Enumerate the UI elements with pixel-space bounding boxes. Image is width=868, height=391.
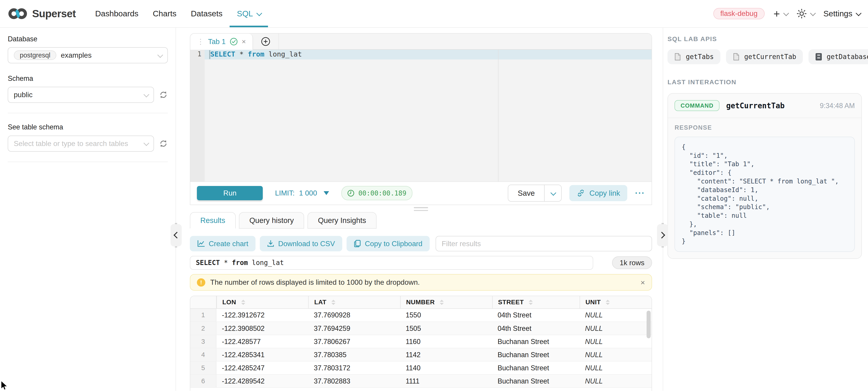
column-header-number[interactable]: NUMBER [400, 296, 492, 308]
settings-menu[interactable]: Settings [824, 9, 860, 18]
get-current-tab-button[interactable]: getCurrentTab [726, 49, 803, 64]
schema-value: public [14, 91, 33, 99]
sql-editor-card: ⋮ Tab 1 × [190, 33, 652, 205]
query-timer: 00:00:00.189 [341, 186, 412, 200]
save-options-button[interactable] [544, 185, 561, 201]
refresh-icon[interactable] [159, 139, 168, 148]
add-tab-button[interactable] [253, 34, 279, 49]
cabinet-icon [815, 53, 823, 61]
warning-text: The number of rows displayed is limited … [210, 278, 420, 287]
copy-link-button[interactable]: Copy link [569, 185, 627, 201]
partial-row [190, 388, 652, 391]
plus-circle-icon [261, 37, 270, 46]
sidebar-divider [8, 113, 168, 113]
environment-badge: flask-debug [713, 8, 765, 20]
nav-item-datasets[interactable]: Datasets [184, 0, 230, 27]
get-databases-button[interactable]: getDatabases [808, 49, 868, 64]
elapsed-time: 00:00:00.189 [359, 189, 406, 197]
database-value: examples [61, 51, 92, 60]
nav-item-charts[interactable]: Charts [146, 0, 184, 27]
nav-menu: Dashboards Charts Datasets SQL [88, 0, 268, 27]
navbar-right: flask-debug + Settings [713, 0, 860, 27]
sidebar-divider [8, 162, 168, 162]
column-header-unit[interactable]: UNIT [580, 296, 652, 308]
sort-icon[interactable] [331, 300, 335, 305]
chevron-right-icon [658, 232, 665, 239]
close-tab-icon[interactable]: × [242, 38, 246, 45]
command-badge: COMMAND [675, 100, 719, 111]
superset-logo[interactable]: Superset [8, 0, 76, 27]
table-select[interactable]: Select table or type to search tables [8, 136, 154, 152]
get-tabs-button[interactable]: getTabs [668, 49, 720, 64]
api-panel-title: SQL LAB APIS [668, 35, 862, 43]
create-chart-button[interactable]: Create chart [190, 236, 255, 251]
row-number-header [190, 296, 216, 308]
nav-item-dashboards[interactable]: Dashboards [88, 0, 146, 27]
theme-toggle-button[interactable] [797, 9, 815, 19]
chevron-down-icon [551, 190, 556, 195]
interaction-timestamp: 9:34:48 AM [820, 102, 855, 110]
sql-code-editor[interactable]: 1 SELECT * from long_lat [190, 50, 652, 182]
last-interaction-title: LAST INTERACTION [668, 78, 862, 86]
file-icon [674, 53, 681, 61]
column-header-lat[interactable]: LAT [308, 296, 400, 308]
editor-toolbar: Run LIMIT: 1 000 00:00:00.189 [190, 182, 652, 204]
sql-lab-api-panel: SQL LAB APIS getTabs getCurrentTab [663, 28, 868, 391]
sort-icon[interactable] [440, 300, 444, 305]
sort-icon[interactable] [529, 300, 533, 305]
chevron-down-icon [144, 140, 149, 146]
command-name: getCurrentTab [726, 101, 784, 110]
table-select-placeholder: Select table or type to search tables [14, 139, 128, 148]
response-json-box: { "id": "1", "title": "Tab 1", "editor":… [675, 137, 855, 252]
response-label: RESPONSE [675, 124, 855, 131]
tab-query-insights[interactable]: Query Insights [308, 212, 376, 229]
schema-select[interactable]: public [8, 87, 154, 103]
filter-results-input[interactable] [436, 236, 652, 251]
new-item-button[interactable]: + [774, 8, 788, 19]
response-json: { "id": "1", "title": "Tab 1", "editor":… [682, 143, 848, 246]
editor-tab-bar: ⋮ Tab 1 × [190, 34, 652, 50]
limit-dropdown[interactable]: LIMIT: 1 000 [275, 189, 329, 197]
pane-resize-handle[interactable] [413, 207, 429, 211]
superset-infinity-icon [8, 7, 28, 21]
query-preview: SELECT * from long_lat [190, 256, 593, 270]
database-select[interactable]: postgresql examples [8, 47, 168, 63]
chevron-down-icon [810, 10, 816, 16]
editor-tab-title: Tab 1 [208, 37, 225, 46]
table-row: 5 -122.4285247 37.7803172 1140 Buchanan … [190, 361, 652, 374]
tab-query-history[interactable]: Query history [239, 212, 304, 229]
table-row: 3 -122.428577 37.7806267 1160 Buchanan S… [190, 335, 652, 348]
save-button[interactable]: Save [508, 185, 544, 201]
drag-handle-icon[interactable]: ⋮ [197, 38, 204, 45]
sun-icon [797, 9, 807, 19]
refresh-icon[interactable] [159, 90, 168, 99]
close-warning-icon[interactable]: × [641, 279, 645, 286]
collapse-left-panel-button[interactable] [170, 224, 182, 247]
more-actions-button[interactable]: ··· [635, 189, 645, 198]
sql-lab-app: Superset Dashboards Charts Datasets SQL … [0, 0, 868, 391]
card-divider [668, 118, 861, 118]
editor-tab-1[interactable]: ⋮ Tab 1 × [190, 34, 253, 50]
caret-down-icon [323, 191, 329, 195]
query-preview-row: SELECT * from long_lat 1k rows [190, 256, 652, 270]
column-header-street[interactable]: STREET [492, 296, 580, 308]
chevron-down-icon [783, 10, 789, 16]
chevron-left-icon [174, 232, 180, 239]
run-button[interactable]: Run [197, 186, 263, 200]
column-header-lon[interactable]: LON [216, 296, 308, 308]
nav-item-sql[interactable]: SQL [229, 0, 268, 27]
tab-results[interactable]: Results [190, 212, 236, 229]
collapse-right-panel-button[interactable] [657, 224, 668, 247]
table-row: 4 -122.4285341 37.780385 1142 Buchanan S… [190, 348, 652, 361]
copy-to-clipboard-button[interactable]: Copy to Clipboard [347, 236, 430, 251]
download-csv-button[interactable]: Download to CSV [260, 236, 342, 251]
clock-icon [347, 190, 354, 197]
grid-body: 1 -122.3912672 37.7690928 1550 04th Stre… [190, 309, 652, 388]
vertical-scrollbar-thumb[interactable] [647, 311, 650, 338]
sort-icon[interactable] [606, 300, 610, 305]
check-circle-icon [229, 37, 238, 46]
sort-icon[interactable] [241, 300, 245, 305]
table-row: 6 -122.4289542 37.7802883 1111 Buchanan … [190, 374, 652, 388]
table-row: 2 -122.3908502 37.7694259 1505 04th Stre… [190, 322, 652, 335]
interaction-header: COMMAND getCurrentTab 9:34:48 AM [675, 100, 855, 111]
